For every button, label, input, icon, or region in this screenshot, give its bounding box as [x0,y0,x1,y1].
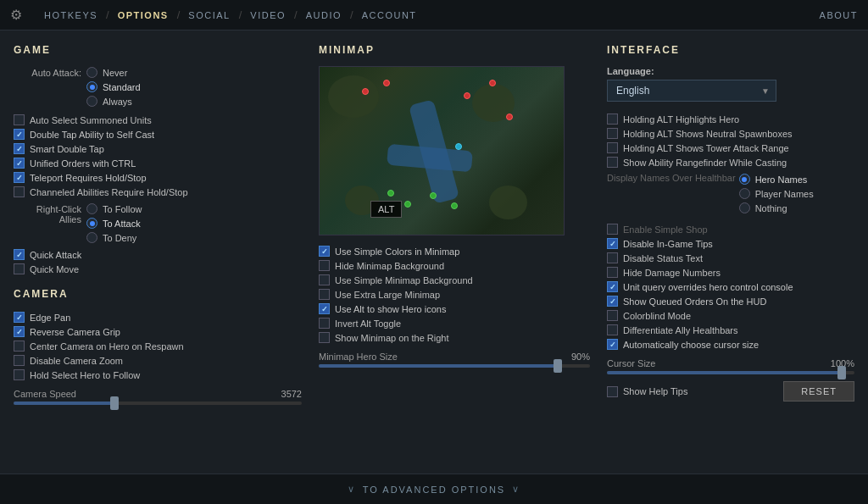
nav-about[interactable]: ABOUT [820,10,858,20]
cb-show-help-box[interactable] [607,386,618,397]
cb-hide-minimap-bg[interactable]: Hide Minimap Background [319,258,590,273]
cb-minimap-right-box[interactable] [319,332,330,343]
dn-hero-names-row[interactable]: Hero Names [739,173,814,186]
cb-auto-cursor[interactable]: Automatically choose cursor size [607,337,854,352]
aa-standard-radio[interactable] [86,81,97,92]
cb-rangefinder[interactable]: Show Ability Rangefinder While Casting [607,155,854,169]
reset-button[interactable]: RESET [783,381,854,402]
cb-disable-status-text-box[interactable] [607,252,618,263]
hero-size-thumb[interactable] [554,359,562,373]
cb-alt-tower-box[interactable] [607,142,618,153]
cb-simple-minimap-bg[interactable]: Use Simple Minimap Background [319,273,590,287]
language-select[interactable]: English [607,80,776,102]
aa-standard-row[interactable]: Standard [86,80,141,93]
cb-alt-neutral[interactable]: Holding ALT Shows Neutral Spawnboxes [607,126,854,141]
cb-hold-select-box[interactable] [14,369,25,380]
cb-auto-select-box[interactable] [14,114,25,125]
rca-attack-row[interactable]: To Attack [86,217,142,230]
rca-deny-radio[interactable] [86,232,97,243]
dn-player-names-radio[interactable] [739,188,750,199]
cb-quick-move-box[interactable] [14,263,25,274]
rca-follow-row[interactable]: To Follow [86,202,142,215]
cursor-size-thumb[interactable] [837,366,846,379]
cb-unified[interactable]: Unified Orders with CTRL [14,156,302,170]
cb-center-cam-box[interactable] [14,341,25,352]
cb-simple-colors[interactable]: Use Simple Colors in Minimap [319,244,590,258]
cb-extra-large-minimap-box[interactable] [319,289,330,300]
cb-auto-select[interactable]: Auto Select Summoned Units [14,113,302,127]
cb-hide-minimap-bg-box[interactable] [319,260,330,271]
cb-alt-hero-icons-box[interactable] [319,303,330,314]
cb-invert-alt[interactable]: Invert Alt Toggle [319,316,590,330]
cb-smart-double[interactable]: Smart Double Tap [14,141,302,156]
cb-hide-damage[interactable]: Hide Damage Numbers [607,265,854,280]
nav-social[interactable]: SOCIAL [180,0,238,30]
cb-unit-query-box[interactable] [607,281,618,292]
cb-teleport[interactable]: Teleport Requires Hold/Stop [14,170,302,185]
dn-hero-names-radio[interactable] [739,174,750,185]
cb-alt-tower[interactable]: Holding ALT Shows Tower Attack Range [607,141,854,155]
aa-never-radio[interactable] [86,67,97,78]
cb-teleport-box[interactable] [14,172,25,183]
cb-rangefinder-box[interactable] [607,157,618,168]
cb-invert-alt-box[interactable] [319,318,330,329]
nav-hotkeys[interactable]: HOTKEYS [36,0,106,30]
nav-video[interactable]: VIDEO [242,0,294,30]
cb-center-cam[interactable]: Center Camera on Hero on Respawn [14,339,302,353]
rca-follow-radio[interactable] [86,203,97,214]
rca-deny-row[interactable]: To Deny [86,231,142,244]
cb-enable-simple-shop-box[interactable] [607,224,618,235]
cb-diff-ally-box[interactable] [607,324,618,335]
dn-nothing-radio[interactable] [739,202,750,213]
cb-smart-double-box[interactable] [14,143,25,154]
cb-reverse-cam-box[interactable] [14,326,25,337]
cb-quick-attack-box[interactable] [14,249,25,260]
aa-always-radio[interactable] [86,96,97,107]
cb-channeled-box[interactable] [14,186,25,197]
cb-extra-large-minimap[interactable]: Use Extra Large Minimap [319,287,590,302]
gear-icon[interactable]: ⚙ [10,7,22,23]
cb-quick-move[interactable]: Quick Move [14,262,302,276]
cb-channeled[interactable]: Channeled Abilities Require Hold/Stop [14,185,302,199]
cb-colorblind[interactable]: Colorblind Mode [607,308,854,323]
hero-size-track[interactable] [319,364,590,368]
cb-double-tap[interactable]: Double Tap Ability to Self Cast [14,127,302,141]
cb-auto-cursor-box[interactable] [607,339,618,350]
cb-edge-pan[interactable]: Edge Pan [14,310,302,324]
cb-diff-ally[interactable]: Differentiate Ally Healthbars [607,323,854,337]
language-select-wrapper[interactable]: English [607,80,776,102]
nav-options[interactable]: OPTIONS [109,0,177,30]
advanced-options-button[interactable]: ∨ TO ADVANCED OPTIONS ∨ [348,484,520,495]
rca-attack-radio[interactable] [86,218,97,229]
cb-alt-highlights[interactable]: Holding ALT Highlights Hero [607,112,854,126]
nav-account[interactable]: ACCOUNT [353,0,426,30]
dn-nothing-row[interactable]: Nothing [739,202,814,214]
camera-speed-thumb[interactable] [110,396,119,410]
cb-minimap-right[interactable]: Show Minimap on the Right [319,330,590,345]
cb-disable-ingame-tips-box[interactable] [607,238,618,249]
nav-audio[interactable]: AUDIO [298,0,350,30]
cb-reverse-cam[interactable]: Reverse Camera Grip [14,324,302,339]
dn-player-names-row[interactable]: Player Names [739,187,814,200]
cb-alt-highlights-box[interactable] [607,114,618,125]
cb-enable-simple-shop[interactable]: Enable Simple Shop [607,222,854,236]
cb-hold-select[interactable]: Hold Select Hero to Follow [14,368,302,382]
cb-simple-colors-box[interactable] [319,246,330,257]
cb-show-queued-box[interactable] [607,296,618,307]
cb-edge-pan-box[interactable] [14,312,25,323]
cb-unit-query[interactable]: Unit query overrides hero control consol… [607,280,854,294]
cb-show-queued[interactable]: Show Queued Orders On the HUD [607,294,854,308]
cb-quick-attack[interactable]: Quick Attack [14,247,302,262]
cb-simple-minimap-bg-box[interactable] [319,274,330,285]
cb-disable-cam-zoom-box[interactable] [14,355,25,366]
cb-alt-hero-icons[interactable]: Use Alt to show Hero icons [319,302,590,316]
cb-unified-box[interactable] [14,158,25,169]
cb-double-tap-box[interactable] [14,129,25,140]
aa-always-row[interactable]: Always [86,95,141,108]
cb-hide-damage-box[interactable] [607,267,618,278]
cb-disable-cam-zoom[interactable]: Disable Camera Zoom [14,353,302,368]
cb-disable-ingame-tips[interactable]: Disable In-Game Tips [607,236,854,251]
cursor-size-track[interactable] [607,371,854,374]
camera-speed-track[interactable] [14,402,302,405]
aa-never-row[interactable]: Never [86,66,141,79]
